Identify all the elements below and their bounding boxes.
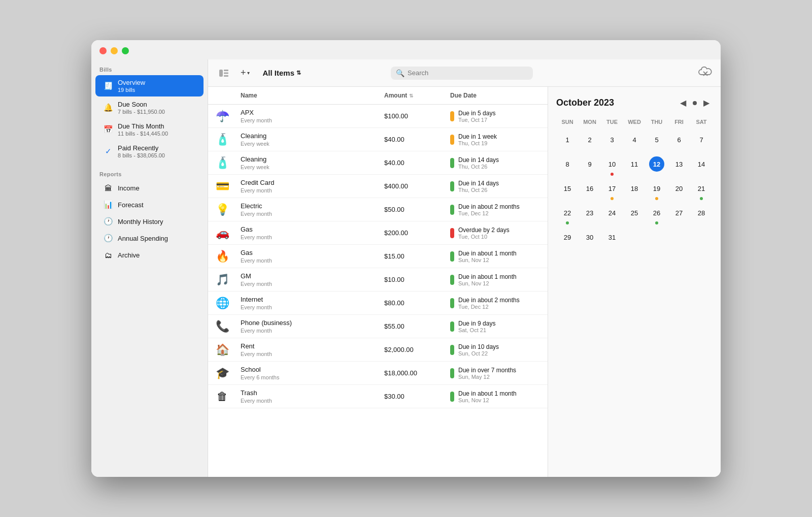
sidebar-item-due-this-month[interactable]: 📅 Due This Month 11 bills - $14,445.00 [95,119,204,140]
calendar-nav: ◀ ▶ [677,97,713,109]
sidebar-item-paid-recently[interactable]: ✓ Paid Recently 8 bills - $38,065.00 [95,141,204,162]
sidebar-item-due-soon[interactable]: 🔔 Due Soon 7 bills - $11,950.00 [95,97,204,118]
col-name[interactable]: Name [236,91,380,100]
sidebar-item-forecast[interactable]: 📊 Forecast [95,197,204,213]
calendar-day[interactable]: 2 [579,130,601,153]
calendar-dow-cell: FRI [668,117,690,127]
table-row[interactable]: 🎓SchoolEvery 6 months$18,000.00Due in ov… [208,362,548,385]
calendar-day[interactable]: 24 [601,203,623,227]
calendar-day[interactable]: 3 [601,130,623,153]
calendar-day[interactable]: 5 [646,130,668,153]
calendar-prev-button[interactable]: ◀ [677,97,689,109]
calendar-day[interactable]: 8 [556,154,579,178]
calendar-day[interactable]: 4 [623,130,646,153]
table-row[interactable]: ☂️APXEvery month$100.00Due in 5 daysTue,… [208,105,548,128]
calendar-day[interactable]: 21 [690,179,713,202]
table-row[interactable]: 🌐InternetEvery month$80.00Due in about 2… [208,292,548,315]
sidebar-item-archive[interactable]: 🗂 Archive [95,247,204,263]
sidebar-item-income[interactable]: 🏛 Income [95,180,204,196]
due-indicator-dot [450,135,454,145]
table-row[interactable]: 🎵GMEvery month$10.00Due in about 1 month… [208,268,548,292]
table-row[interactable]: 🚗GasEvery month$200.00Overdue by 2 daysT… [208,221,548,245]
sidebar-item-overview[interactable]: 🧾 Overview 19 bills [95,75,204,96]
calendar-day-number: 15 [560,181,575,196]
calendar-day[interactable]: 23 [579,203,601,227]
calendar-day[interactable]: 13 [668,154,690,178]
table-row[interactable]: 🗑TrashEvery month$30.00Due in about 1 mo… [208,385,548,408]
calendar-day[interactable]: 22 [556,203,579,227]
calendar-day[interactable]: 12 [646,154,668,178]
calendar-day[interactable]: 20 [668,179,690,202]
calendar-day[interactable]: 6 [668,130,690,153]
calendar-day-number: 16 [582,181,597,196]
list-header: Name Amount ⇅ Due Date [208,87,548,105]
sidebar-item-monthly-history[interactable]: 🕐 Monthly History [95,213,204,230]
due-text-wrap: Due in about 1 monthSun, Nov 12 [458,390,517,403]
table-row[interactable]: 📞Phone (business)Every month$55.00Due in… [208,315,548,338]
table-row[interactable]: 🧴CleaningEvery week$40.00Due in 14 daysT… [208,151,548,175]
calendar-day[interactable]: 14 [690,154,713,178]
calendar-day[interactable]: 17 [601,179,623,202]
calendar-dow-cell: SUN [556,117,579,127]
calendar-day[interactable]: 19 [646,179,668,202]
due-date: Sun, May 12 [458,374,516,380]
sidebar-toggle-button[interactable] [216,68,231,79]
bill-name-cell: Phone (business)Every month [236,319,380,334]
all-items-label: All Items [263,69,295,77]
bill-amount: $400.00 [380,182,446,190]
add-button[interactable]: + ▾ [238,66,253,80]
minimize-button[interactable] [111,47,118,54]
bill-amount: $40.00 [380,136,446,143]
bill-name-cell: Credit CardEvery month [236,179,380,193]
calendar-day[interactable]: 10 [601,154,623,178]
calendar-day[interactable]: 9 [579,154,601,178]
calendar-day[interactable]: 27 [668,203,690,227]
table-row[interactable]: 🏠RentEvery month$2,000.00Due in 10 daysS… [208,338,548,362]
table-row[interactable]: 🧴CleaningEvery week$40.00Due in 1 weekTh… [208,128,548,151]
due-text-wrap: Due in 10 daysSun, Oct 22 [458,343,499,357]
cloud-button[interactable] [698,67,713,79]
bill-due-cell: Due in about 1 monthSun, Nov 12 [446,250,548,263]
calendar-day[interactable]: 1 [556,130,579,153]
calendar-day[interactable]: 25 [623,203,646,227]
calendar-day[interactable]: 16 [579,179,601,202]
calendar-day-number: 13 [671,156,687,172]
due-date: Sun, Nov 12 [458,280,517,286]
bill-frequency: Every month [241,351,376,357]
calendar-next-button[interactable]: ▶ [700,97,713,109]
calendar-day[interactable]: 31 [601,228,623,251]
calendar-day[interactable]: 15 [556,179,579,202]
col-amount[interactable]: Amount ⇅ [380,91,446,100]
search-bar: 🔍 [391,67,533,80]
table-row[interactable]: 💳Credit CardEvery month$400.00Due in 14 … [208,175,548,198]
calendar-day-number: 3 [604,132,620,147]
svg-rect-0 [219,70,223,77]
calendar-day[interactable]: 7 [690,130,713,153]
all-items-button[interactable]: All Items ⇅ [259,67,306,79]
due-text-wrap: Overdue by 2 daysTue, Oct 10 [458,227,510,240]
calendar-day[interactable]: 11 [623,154,646,178]
bill-icon: 🚗 [208,227,236,240]
due-text-wrap: Due in about 2 monthsTue, Dec 12 [458,297,520,310]
bill-frequency: Every month [241,398,376,404]
calendar-day-number: 8 [560,156,575,172]
table-row[interactable]: 💡ElectricEvery month$50.00Due in about 2… [208,198,548,221]
maximize-button[interactable] [122,47,129,54]
col-due-date[interactable]: Due Date [446,91,548,100]
calendar-day[interactable]: 28 [690,203,713,227]
due-date: Thu, Oct 26 [458,164,499,170]
calendar-day[interactable]: 30 [579,228,601,251]
calendar-day[interactable]: 29 [556,228,579,251]
calendar-day[interactable]: 18 [623,179,646,202]
due-date: Tue, Dec 12 [458,304,520,310]
close-button[interactable] [99,47,107,54]
sidebar-item-annual-spending[interactable]: 🕐 Annual Spending [95,230,204,246]
bill-amount: $100.00 [380,112,446,120]
calendar-day-dot [611,197,614,200]
bill-icon: 💡 [208,203,236,216]
due-indicator-dot [450,111,454,121]
bill-due-cell: Due in about 2 monthsTue, Dec 12 [446,203,548,216]
table-row[interactable]: 🔥GasEvery month$15.00Due in about 1 mont… [208,245,548,268]
calendar-day[interactable]: 26 [646,203,668,227]
search-input[interactable] [408,69,528,77]
